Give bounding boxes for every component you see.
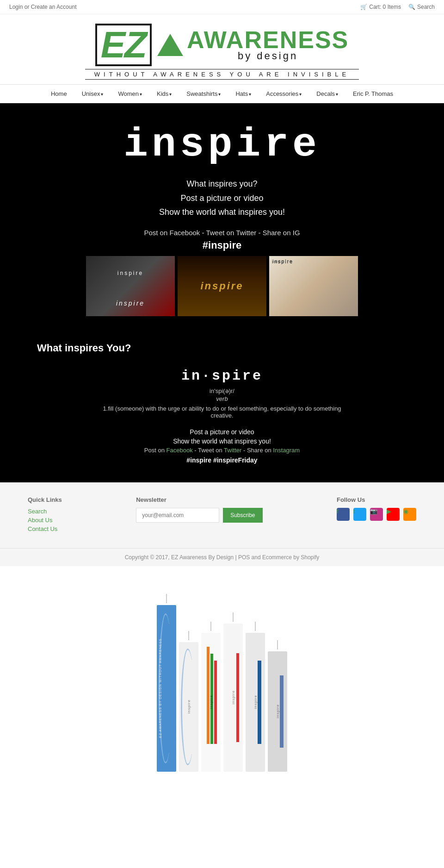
nav-link-sweatshirts[interactable]: Sweatshirts▾	[179, 85, 228, 103]
inspire-definition: in·spire in'spi(ə)r/ verb 1.fill (someon…	[37, 363, 407, 468]
decal-banner-3: inspire	[201, 633, 221, 772]
decal-text-3: inspire	[209, 695, 213, 709]
logo-container: EZ AWARENESS by design WITHOUT AWARENESS…	[85, 24, 359, 80]
chevron-down-icon: ▾	[101, 92, 103, 97]
create-account-link[interactable]: Create an Account	[31, 4, 77, 10]
decal-top-line-4	[233, 612, 234, 622]
image-inspire-back: inspire	[86, 256, 175, 316]
footer-follow: Follow Us f t 📷 ▶ ◉	[337, 496, 416, 534]
facebook-social-icon[interactable]: f	[337, 508, 350, 521]
inspire-cta2: Show the world what inspires you!	[92, 437, 352, 445]
twitter-link[interactable]: Twitter	[224, 447, 241, 454]
cart-count: Cart: 0 Items	[369, 4, 401, 10]
hero-line3: Show the world what inspires you!	[9, 205, 435, 219]
decal-text-2: inspire	[187, 699, 191, 714]
img-text-1: inspire	[117, 270, 143, 276]
nav-link-home[interactable]: Home	[43, 85, 74, 103]
nav-item-eric: Eric P. Thomas	[345, 85, 401, 103]
nav-link-unisex[interactable]: Unisex▾	[74, 85, 111, 103]
nav-link-accessories[interactable]: Accessories▾	[259, 85, 309, 103]
hero-section: inspire What inspires you? Post a pictur…	[0, 103, 444, 335]
top-bar: Login or Create an Account 🛒 Cart: 0 Ite…	[0, 0, 444, 14]
search-icon: 🔍	[408, 4, 415, 10]
top-bar-actions: 🛒 Cart: 0 Items 🔍 Search	[360, 4, 435, 10]
decal-text-1: EZ AWARENESS BY DESIGN WITHOUT AWARENESS	[159, 638, 162, 738]
hero-hashtag: #inspire	[9, 239, 435, 251]
inspire-social-links: Post on Facebook - Tweet on Twitter - Sh…	[92, 447, 352, 454]
hero-social: Post on Facebook - Tweet on Twitter - Sh…	[9, 229, 435, 237]
decal-banner-5: inspire	[246, 633, 265, 772]
hero-tagline: What inspires you? Post a picture or vid…	[9, 177, 435, 219]
site-header: EZ AWARENESS by design WITHOUT AWARENESS…	[0, 14, 444, 84]
nav-item-unisex: Unisex▾	[74, 85, 111, 103]
nav-item-sweatshirts: Sweatshirts▾	[179, 85, 228, 103]
what-inspires-title: What inspires You?	[37, 342, 407, 354]
chevron-down-icon: ▾	[140, 92, 142, 97]
inspire-phonetic: in'spi(ə)r/	[92, 387, 352, 394]
nav-item-home: Home	[43, 85, 74, 103]
decals-section: EZ AWARENESS BY DESIGN WITHOUT AWARENESS…	[0, 566, 444, 799]
logo-tagline: WITHOUT AWARENESS YOU ARE INVISIBLE	[85, 69, 359, 80]
chevron-down-icon: ▾	[218, 92, 221, 97]
chevron-down-icon: ▾	[249, 92, 251, 97]
logo-e: E	[101, 24, 124, 65]
decal-banner-6: inspire	[268, 651, 287, 772]
img-text-3: inspire	[273, 259, 293, 264]
decal-stripe-red-3	[214, 661, 217, 744]
decal-text-5: inspire	[253, 695, 258, 709]
what-inspires-section: What inspires You? in·spire in'spi(ə)r/ …	[0, 335, 444, 482]
decal-stripe-blue-5	[258, 661, 261, 744]
rss-social-icon[interactable]: ◉	[403, 508, 416, 521]
youtube-social-icon[interactable]: ▶	[387, 508, 400, 521]
decal-top-line-3	[210, 622, 211, 631]
decal-item-5: inspire	[246, 622, 265, 772]
nav-link-eric[interactable]: Eric P. Thomas	[345, 85, 401, 103]
email-input[interactable]	[136, 508, 219, 523]
site-footer: Quick Links Search About Us Contact Us N…	[0, 482, 444, 548]
nav-link-hats[interactable]: Hats▾	[228, 85, 259, 103]
footer-about-link[interactable]: About Us	[28, 517, 62, 524]
image-mixer	[178, 256, 266, 316]
twitter-social-icon[interactable]: t	[353, 508, 366, 521]
footer-quick-links: Quick Links Search About Us Contact Us	[28, 496, 62, 534]
chevron-down-icon: ▾	[169, 92, 172, 97]
decal-top-line-5	[255, 622, 256, 631]
instagram-social-icon[interactable]: 📷	[370, 508, 383, 521]
chevron-down-icon: ▾	[299, 92, 302, 97]
nav-item-accessories: Accessories▾	[259, 85, 309, 103]
nav-item-women: Women▾	[111, 85, 149, 103]
decal-banner-1: EZ AWARENESS BY DESIGN WITHOUT AWARENESS	[157, 605, 176, 772]
decal-stripe-6	[280, 675, 284, 748]
image-grid: inspire inspire	[9, 251, 435, 321]
subscribe-button[interactable]: Subscribe	[223, 508, 262, 523]
decal-top-line-1	[166, 594, 167, 603]
facebook-link[interactable]: Facebook	[166, 447, 193, 454]
footer-search-link[interactable]: Search	[28, 508, 62, 515]
login-link[interactable]: Login	[9, 4, 23, 10]
nav-link-women[interactable]: Women▾	[111, 85, 149, 103]
decal-banner-4: inspire	[223, 624, 243, 772]
logo-awareness: AWARENESS	[187, 28, 349, 52]
inspire-pos: verb	[92, 395, 352, 402]
instagram-link[interactable]: Instagram	[273, 447, 300, 454]
or-separator: or	[25, 4, 30, 10]
cart-link[interactable]: 🛒 Cart: 0 Items	[360, 4, 401, 10]
inspire-cta1: Post a picture or video	[92, 428, 352, 436]
footer-contact-link[interactable]: Contact Us	[28, 525, 62, 532]
search-link[interactable]: 🔍 Search	[408, 4, 435, 10]
hero-line2: Post a picture or video	[9, 191, 435, 206]
logo-bydesign: by design	[187, 50, 349, 62]
logo-z: Z	[124, 24, 146, 65]
decal-item-3: inspire	[201, 622, 221, 772]
logo-triangle	[157, 34, 183, 56]
nav-item-kids: Kids▾	[149, 85, 179, 103]
nav-link-kids[interactable]: Kids▾	[149, 85, 179, 103]
logo-main: EZ AWARENESS by design	[95, 24, 349, 66]
newsletter-title: Newsletter	[136, 496, 262, 503]
chevron-down-icon: ▾	[336, 92, 338, 97]
nav-link-decals[interactable]: Decals▾	[309, 85, 345, 103]
decals-image-container: EZ AWARENESS BY DESIGN WITHOUT AWARENESS…	[157, 594, 287, 772]
follow-title: Follow Us	[337, 496, 416, 503]
nav-list: Home Unisex▾ Women▾ Kids▾ Sweatshirts▾ H…	[0, 85, 444, 103]
nav-item-hats: Hats▾	[228, 85, 259, 103]
